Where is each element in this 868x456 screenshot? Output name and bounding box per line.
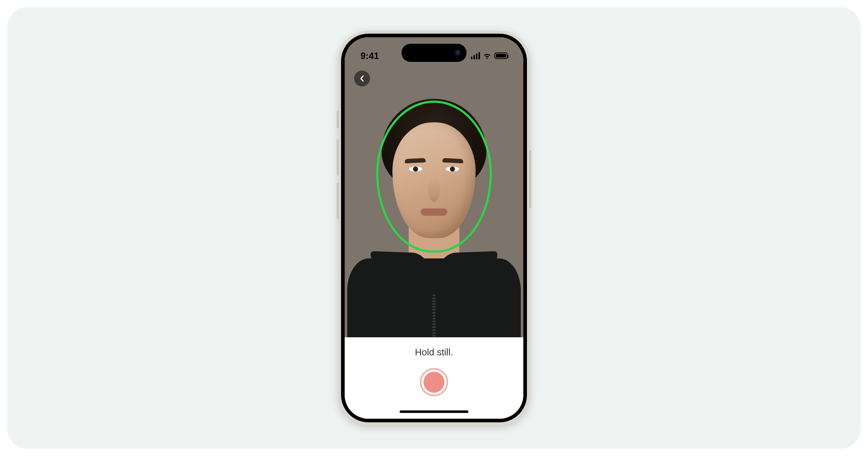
phone-power-button (529, 150, 531, 208)
phone-bezel: 9:41 (341, 34, 527, 422)
phone-volume-down-button (337, 183, 339, 219)
phone-volume-up-button (337, 139, 339, 176)
wifi-icon (483, 52, 492, 59)
battery-icon (494, 52, 507, 59)
stage-background: 9:41 (7, 7, 861, 449)
home-indicator[interactable] (400, 410, 468, 413)
phone-screen: 9:41 (345, 37, 523, 419)
phone-side-button (337, 110, 339, 128)
phone-frame: 9:41 (338, 31, 530, 425)
chevron-left-icon (359, 75, 365, 82)
camera-viewfinder (345, 37, 523, 337)
back-button[interactable] (354, 71, 370, 86)
bottom-panel: Hold still. (345, 337, 523, 419)
capture-button-inner (424, 372, 444, 393)
front-camera-icon (455, 50, 461, 56)
dynamic-island (401, 44, 467, 62)
instruction-text: Hold still. (352, 347, 516, 358)
capture-button[interactable] (420, 368, 448, 396)
cellular-signal-icon (471, 52, 480, 59)
zipper (433, 295, 435, 337)
face-detection-oval (376, 101, 492, 253)
status-indicators (471, 52, 508, 59)
person-shirt (347, 258, 521, 337)
status-time: 9:41 (361, 51, 379, 61)
